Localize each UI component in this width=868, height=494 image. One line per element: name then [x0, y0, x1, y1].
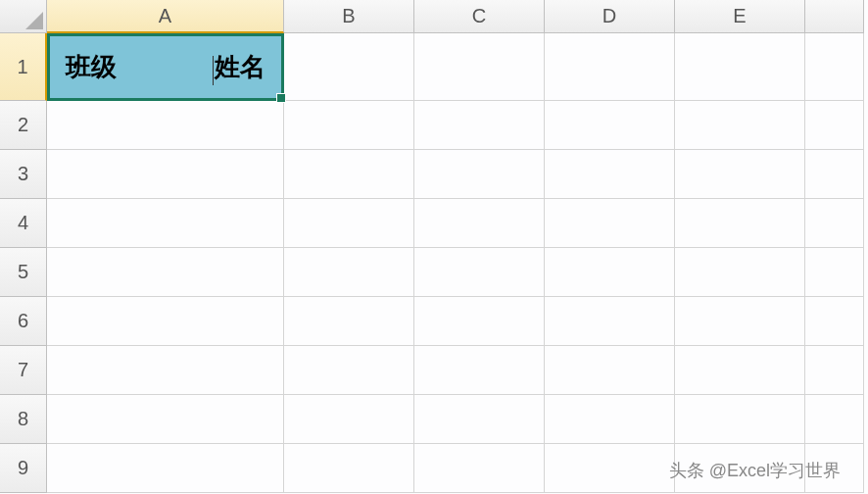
spreadsheet-grid: A B C D E 1 班级 姓名 2 3 4 5 6 7 [0, 0, 868, 493]
row-header-7[interactable]: 7 [0, 346, 47, 395]
row-header-4[interactable]: 4 [0, 199, 47, 248]
cell-a6[interactable] [47, 297, 284, 346]
cell-b2[interactable] [284, 101, 414, 150]
cell-b5[interactable] [284, 248, 414, 297]
cell-b1[interactable] [284, 33, 414, 101]
row-header-3[interactable]: 3 [0, 150, 47, 199]
column-header-overflow[interactable] [805, 0, 864, 33]
cell-a1-text-left: 班级 [66, 50, 117, 84]
cell-e8[interactable] [675, 395, 805, 444]
cell-a3[interactable] [47, 150, 284, 199]
cell-b4[interactable] [284, 199, 414, 248]
cell-d6[interactable] [545, 297, 675, 346]
cell-e2[interactable] [675, 101, 805, 150]
cell-a1-text-right: 姓名 [215, 50, 265, 84]
cell-c7[interactable] [414, 346, 545, 395]
cell-d2[interactable] [545, 101, 675, 150]
cell-d3[interactable] [545, 150, 675, 199]
row-header-6[interactable]: 6 [0, 297, 47, 346]
cell-f4[interactable] [805, 199, 864, 248]
cell-c4[interactable] [414, 199, 545, 248]
watermark-text: 头条 @Excel学习世界 [669, 459, 841, 482]
cell-b3[interactable] [284, 150, 414, 199]
select-all-corner[interactable] [0, 0, 47, 33]
row-header-1[interactable]: 1 [0, 33, 47, 101]
cell-e5[interactable] [675, 248, 805, 297]
cell-f6[interactable] [805, 297, 864, 346]
cell-e4[interactable] [675, 199, 805, 248]
cell-c5[interactable] [414, 248, 545, 297]
cell-b7[interactable] [284, 346, 414, 395]
row-header-9[interactable]: 9 [0, 444, 47, 493]
row-header-8[interactable]: 8 [0, 395, 47, 444]
cell-a4[interactable] [47, 199, 284, 248]
cell-c3[interactable] [414, 150, 545, 199]
cell-e3[interactable] [675, 150, 805, 199]
cell-d8[interactable] [545, 395, 675, 444]
cell-b6[interactable] [284, 297, 414, 346]
column-header-e[interactable]: E [675, 0, 805, 33]
cell-e6[interactable] [675, 297, 805, 346]
cell-a1[interactable]: 班级 姓名 [47, 33, 284, 101]
cell-d7[interactable] [545, 346, 675, 395]
cell-c9[interactable] [414, 444, 545, 493]
cell-e7[interactable] [675, 346, 805, 395]
cell-b8[interactable] [284, 395, 414, 444]
cell-f5[interactable] [805, 248, 864, 297]
cell-f7[interactable] [805, 346, 864, 395]
cell-c2[interactable] [414, 101, 545, 150]
cell-f2[interactable] [805, 101, 864, 150]
cell-a7[interactable] [47, 346, 284, 395]
cell-d4[interactable] [545, 199, 675, 248]
cell-d5[interactable] [545, 248, 675, 297]
cell-c8[interactable] [414, 395, 545, 444]
column-header-a[interactable]: A [47, 0, 284, 33]
row-header-2[interactable]: 2 [0, 101, 47, 150]
cell-e1[interactable] [675, 33, 805, 101]
cell-a8[interactable] [47, 395, 284, 444]
cell-a5[interactable] [47, 248, 284, 297]
cell-f3[interactable] [805, 150, 864, 199]
cell-c1[interactable] [414, 33, 545, 101]
column-header-d[interactable]: D [545, 0, 675, 33]
cell-f8[interactable] [805, 395, 864, 444]
cell-f1[interactable] [805, 33, 864, 101]
column-header-c[interactable]: C [414, 0, 545, 33]
cell-d9[interactable] [545, 444, 675, 493]
row-header-5[interactable]: 5 [0, 248, 47, 297]
cell-a9[interactable] [47, 444, 284, 493]
cell-d1[interactable] [545, 33, 675, 101]
cell-a2[interactable] [47, 101, 284, 150]
cell-c6[interactable] [414, 297, 545, 346]
text-cursor [213, 56, 214, 85]
cell-b9[interactable] [284, 444, 414, 493]
column-header-b[interactable]: B [284, 0, 414, 33]
